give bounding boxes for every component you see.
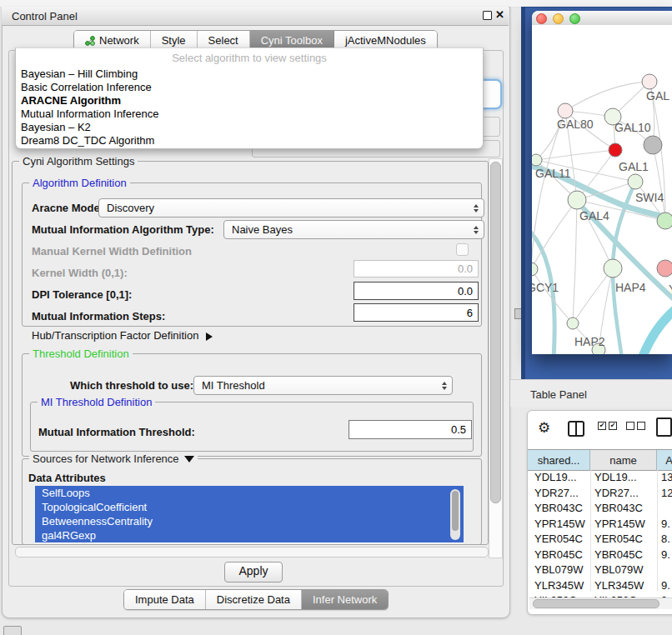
table-cell: YDL19... bbox=[534, 471, 577, 483]
tab-impute-data[interactable]: Impute Data bbox=[124, 590, 206, 609]
column-header[interactable]: A bbox=[657, 450, 672, 470]
select-all-icon[interactable]: ✔ bbox=[609, 422, 617, 430]
deselect-all-icon[interactable] bbox=[637, 422, 645, 430]
node-pink-top[interactable] bbox=[642, 74, 657, 89]
stepper-icon bbox=[474, 204, 479, 212]
hub-definition-expander[interactable]: Hub/Transcription Factor Definition bbox=[32, 329, 213, 342]
tab-label: Cyni Toolbox bbox=[261, 34, 323, 47]
node-label: GAL10 bbox=[614, 121, 651, 134]
table-row[interactable]: YDR27...YDR27...12 bbox=[528, 485, 672, 501]
close-icon[interactable]: ✕ bbox=[495, 8, 504, 21]
node-hap2[interactable] bbox=[567, 318, 579, 329]
stepper-icon bbox=[474, 226, 479, 234]
table-row[interactable]: YDL19...YDL19...13 bbox=[528, 469, 672, 485]
table-row[interactable]: YBR045CYBR045C9. bbox=[528, 547, 672, 562]
table-cell: 13 bbox=[661, 471, 672, 483]
algorithm-dropdown-open[interactable]: Select algorithm to view settings Bayesi… bbox=[15, 48, 484, 149]
table-cell: YER054C bbox=[594, 532, 643, 545]
split-pane-icon[interactable] bbox=[568, 421, 584, 437]
mi-steps-label: Mutual Information Steps: bbox=[32, 310, 165, 322]
stepper-icon bbox=[442, 382, 447, 390]
algorithm-option[interactable]: Dream8 DC_TDC Algorithm bbox=[16, 134, 483, 148]
algorithm-option[interactable]: Mutual Information Inference bbox=[16, 108, 483, 121]
table-cell: YDR27... bbox=[594, 487, 639, 499]
node-gray[interactable] bbox=[644, 136, 662, 154]
column-header[interactable]: shared... bbox=[528, 450, 590, 470]
kernel-width-field[interactable]: 0.0 bbox=[354, 260, 479, 278]
table-cell: YBR043C bbox=[594, 502, 643, 514]
hub-definition-label: Hub/Transcription Factor Definition bbox=[32, 329, 198, 342]
table-cell: YPR145W bbox=[594, 518, 645, 530]
table-row[interactable]: YLR345WYLR345W9. bbox=[528, 578, 672, 593]
table-row[interactable]: YBR043CYBR043C bbox=[528, 500, 672, 516]
table-horizontal-scrollbar-thumb[interactable] bbox=[533, 599, 659, 608]
control-panel-titlebar bbox=[2, 7, 509, 26]
table-cell: 9. bbox=[661, 518, 670, 530]
settings-vertical-scrollbar-thumb[interactable] bbox=[490, 162, 501, 503]
algorithm-dropdown-list: Bayesian – Hill ClimbingBasic Correlatio… bbox=[16, 68, 483, 148]
node-gal4[interactable] bbox=[568, 191, 586, 209]
network-icon bbox=[85, 36, 95, 46]
column-header[interactable]: name bbox=[590, 450, 657, 470]
node-gal80[interactable] bbox=[558, 103, 573, 118]
node-pink-right[interactable] bbox=[657, 260, 672, 277]
manual-kernel-checkbox[interactable] bbox=[456, 243, 469, 256]
node-label: GAL bbox=[646, 89, 669, 102]
node-gal11[interactable] bbox=[532, 154, 542, 166]
node-label: HAP2 bbox=[574, 335, 605, 348]
cyni-bottom-tab-bar: Impute DataDiscretize DataInfer Network bbox=[123, 589, 389, 610]
traffic-light-zoom-icon[interactable] bbox=[569, 13, 580, 24]
group-title[interactable]: Sources for Network Inference bbox=[29, 452, 198, 465]
mi-threshold-field[interactable]: 0.5 bbox=[349, 420, 472, 439]
node-gcy1[interactable] bbox=[532, 262, 538, 276]
select-all-icon[interactable]: ✔ bbox=[598, 422, 606, 430]
data-attribute-item[interactable]: gal4RGexp bbox=[35, 528, 464, 542]
data-attribute-item[interactable]: BetweennessCentrality bbox=[35, 514, 464, 528]
mi-type-combobox[interactable]: Naive Bayes bbox=[223, 220, 484, 239]
table-row[interactable]: YBL079WYBL079W bbox=[528, 562, 672, 578]
settings-horizontal-scrollbar-thumb[interactable] bbox=[15, 547, 489, 558]
traffic-light-minimize-icon[interactable] bbox=[553, 13, 564, 24]
deselect-all-icon[interactable] bbox=[626, 422, 634, 430]
float-icon[interactable] bbox=[483, 11, 492, 20]
algorithm-option[interactable]: Bayesian – Hill Climbing bbox=[16, 68, 483, 81]
traffic-light-close-icon[interactable] bbox=[536, 13, 547, 24]
table-cell: YBL079W bbox=[594, 563, 644, 576]
apply-button[interactable]: Apply bbox=[224, 562, 283, 582]
mi-type-value: Naive Bayes bbox=[232, 223, 293, 236]
document-icon[interactable] bbox=[656, 418, 672, 437]
algorithm-dropdown-placeholder: Select algorithm to view settings bbox=[16, 48, 483, 68]
attributes-scrollbar-thumb[interactable] bbox=[452, 491, 459, 531]
table-row[interactable]: YER054CYER054C8. bbox=[528, 531, 672, 547]
tab-label: Impute Data bbox=[135, 593, 194, 606]
panel-title: Control Panel bbox=[12, 10, 78, 22]
data-attribute-item[interactable]: SelfLoops bbox=[35, 486, 464, 500]
minimized-panel-icon[interactable] bbox=[3, 626, 22, 635]
algorithm-option[interactable]: ARACNE Algorithm bbox=[16, 94, 483, 108]
node-swi4[interactable] bbox=[657, 212, 672, 229]
table-row[interactable]: YPR145WYPR145W9. bbox=[528, 516, 672, 532]
node-label: SWI4 bbox=[635, 191, 664, 204]
node-label: GCY1 bbox=[532, 281, 559, 294]
table-cell: YBR043C bbox=[534, 502, 583, 514]
mi-steps-field[interactable]: 6 bbox=[354, 303, 479, 322]
tab-discretize-data[interactable]: Discretize Data bbox=[206, 590, 302, 609]
tab-infer-network[interactable]: Infer Network bbox=[302, 590, 388, 609]
data-attribute-item[interactable]: TopologicalCoefficient bbox=[35, 500, 464, 514]
mi-threshold-label: Mutual Information Threshold: bbox=[38, 426, 195, 438]
dpi-tolerance-field[interactable]: 0.0 bbox=[354, 282, 479, 300]
algorithm-option[interactable]: Bayesian – K2 bbox=[16, 121, 483, 134]
network-canvas[interactable]: GALGAL80GAL10GAL1GAL11SWI4GAL4GCY1HAP4YH… bbox=[532, 25, 672, 354]
table-cell: YDL19... bbox=[594, 471, 637, 483]
gear-icon[interactable]: ⚙ bbox=[538, 419, 550, 436]
node-label: GAL11 bbox=[535, 167, 571, 180]
node-red[interactable] bbox=[609, 143, 622, 157]
node-hap4[interactable] bbox=[604, 259, 622, 278]
algorithm-option[interactable]: Basic Correlation Inference bbox=[16, 81, 483, 94]
aracne-mode-combobox[interactable]: Discovery bbox=[98, 198, 484, 218]
node-gal1[interactable] bbox=[628, 174, 643, 189]
table-header-row: shared...nameA bbox=[528, 449, 672, 471]
which-threshold-combobox[interactable]: MI Threshold bbox=[193, 376, 453, 395]
app-root: Control Panel ✕ NetworkStyleSelectCyni T… bbox=[0, 0, 672, 635]
node-label: HAP4 bbox=[615, 281, 646, 294]
